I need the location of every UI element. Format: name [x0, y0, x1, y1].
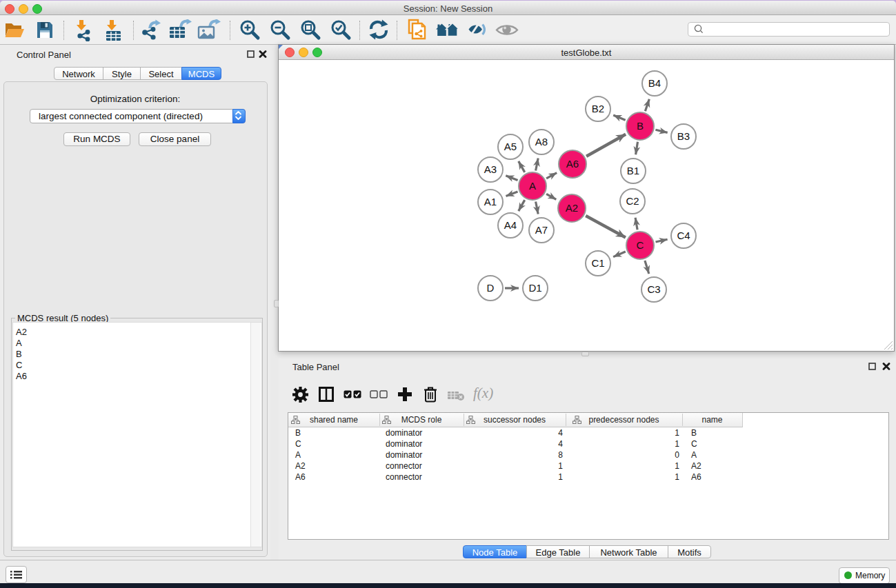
- svg-text:D1: D1: [528, 282, 541, 294]
- svg-text:A4: A4: [504, 219, 517, 231]
- svg-text:B: B: [637, 120, 644, 132]
- svg-text:C: C: [637, 239, 644, 251]
- svg-text:C4: C4: [677, 230, 690, 241]
- svg-text:B1: B1: [627, 165, 639, 176]
- svg-text:A2: A2: [566, 202, 578, 214]
- svg-text:B4: B4: [648, 77, 661, 89]
- svg-text:A3: A3: [484, 163, 497, 175]
- svg-text:D: D: [487, 282, 495, 294]
- svg-text:B2: B2: [592, 103, 604, 114]
- svg-text:C2: C2: [626, 195, 639, 207]
- svg-text:A5: A5: [504, 141, 517, 152]
- svg-text:C1: C1: [591, 257, 604, 269]
- svg-text:C3: C3: [647, 283, 660, 295]
- svg-text:A1: A1: [484, 196, 497, 207]
- svg-text:B3: B3: [677, 130, 690, 142]
- svg-text:A6: A6: [566, 158, 579, 170]
- svg-text:A: A: [529, 180, 536, 192]
- svg-text:A7: A7: [535, 224, 548, 236]
- svg-text:A8: A8: [535, 136, 548, 148]
